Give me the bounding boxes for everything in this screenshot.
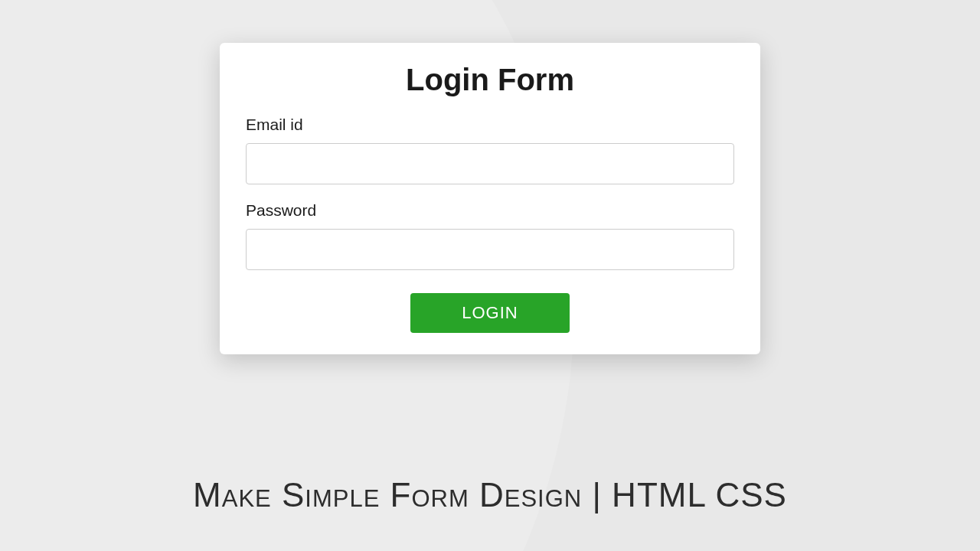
password-field[interactable] <box>246 229 734 270</box>
page-caption: Make Simple Form Design | HTML CSS <box>0 476 980 514</box>
email-field[interactable] <box>246 143 734 184</box>
form-title: Login Form <box>246 63 734 97</box>
login-card: Login Form Email id Password LOGIN <box>220 43 760 354</box>
email-label: Email id <box>246 116 734 134</box>
password-label: Password <box>246 201 734 220</box>
login-button[interactable]: LOGIN <box>410 293 570 333</box>
